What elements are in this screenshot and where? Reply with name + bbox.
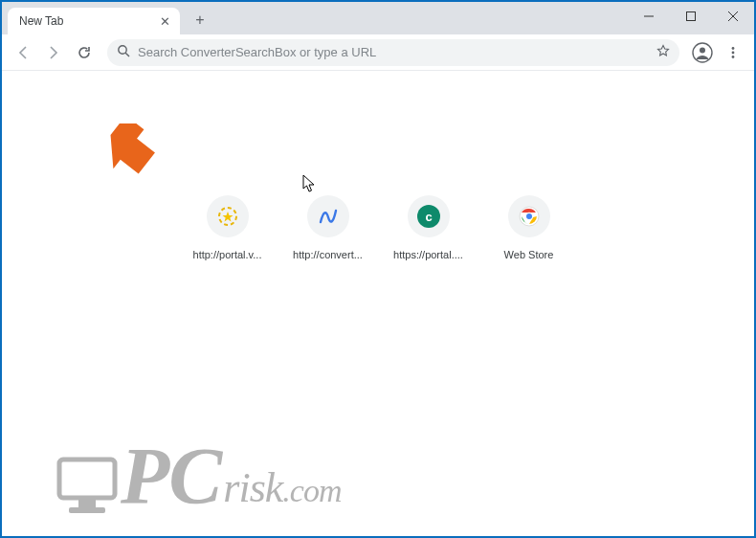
address-bar[interactable]: Search ConverterSearchBox or type a URL — [107, 39, 679, 66]
close-tab-icon[interactable]: ✕ — [157, 14, 172, 29]
maximize-icon — [686, 11, 696, 21]
watermark-text: risk — [223, 464, 282, 511]
bookmark-star-icon[interactable] — [656, 44, 670, 61]
forward-icon — [46, 45, 61, 60]
reload-button[interactable] — [71, 39, 98, 66]
minimize-icon — [644, 11, 654, 21]
reload-icon — [77, 45, 92, 60]
menu-button[interactable] — [720, 39, 746, 66]
shortcut-label: Web Store — [488, 249, 569, 260]
shortcut-tile[interactable]: Web Store — [488, 195, 569, 260]
browser-window: New Tab ✕ + — [2, 2, 754, 536]
svg-text:c: c — [425, 210, 432, 224]
tab-strip: New Tab ✕ + — [2, 2, 754, 34]
watermark-text: P — [121, 432, 168, 521]
profile-button[interactable] — [689, 39, 716, 66]
svg-rect-20 — [78, 500, 96, 507]
shortcut-icon — [207, 195, 249, 237]
monitor-icon — [54, 454, 121, 521]
new-tab-page: http://portal.v... http://convert... c h… — [2, 71, 754, 536]
close-window-button[interactable] — [712, 2, 754, 31]
search-icon — [117, 44, 130, 61]
watermark: PCrisk.com — [50, 437, 342, 517]
back-button[interactable] — [10, 39, 36, 66]
shortcut-tile[interactable]: c https://portal.... — [388, 195, 469, 260]
back-icon — [15, 45, 31, 60]
svg-rect-1 — [687, 12, 696, 21]
shortcut-icon — [508, 195, 550, 237]
maximize-button[interactable] — [670, 2, 712, 31]
shortcuts-row: http://portal.v... http://convert... c h… — [187, 195, 569, 260]
watermark-text: .com — [282, 473, 341, 508]
svg-rect-21 — [69, 507, 105, 513]
window-controls — [628, 2, 754, 31]
browser-tab[interactable]: New Tab ✕ — [8, 8, 180, 34]
svg-marker-18 — [103, 123, 161, 181]
new-tab-button[interactable]: + — [188, 8, 212, 33]
shortcut-icon — [307, 195, 349, 237]
svg-rect-19 — [59, 460, 115, 498]
svg-point-8 — [732, 47, 735, 50]
minimize-button[interactable] — [628, 2, 670, 31]
svg-marker-12 — [222, 212, 233, 222]
mouse-cursor-icon — [302, 174, 318, 193]
forward-button[interactable] — [40, 39, 67, 66]
svg-point-9 — [732, 51, 735, 54]
address-bar-placeholder: Search ConverterSearchBox or type a URL — [138, 45, 656, 59]
close-icon — [728, 11, 738, 21]
shortcut-label: http://convert... — [287, 249, 368, 260]
shortcut-tile[interactable]: http://portal.v... — [187, 195, 268, 260]
shortcut-tile[interactable]: http://convert... — [287, 195, 368, 260]
svg-line-5 — [125, 53, 129, 56]
profile-icon — [692, 42, 713, 63]
tab-title: New Tab — [19, 14, 157, 28]
shortcut-label: https://portal.... — [388, 249, 469, 260]
shortcut-icon: c — [408, 195, 450, 237]
svg-point-10 — [732, 56, 735, 58]
shortcut-label: http://portal.v... — [187, 249, 268, 260]
annotation-arrow-icon — [103, 123, 161, 181]
toolbar: Search ConverterSearchBox or type a URL — [2, 34, 754, 71]
kebab-menu-icon — [726, 46, 740, 59]
watermark-text: C — [168, 432, 221, 521]
svg-point-7 — [700, 47, 705, 53]
svg-point-4 — [119, 45, 126, 53]
